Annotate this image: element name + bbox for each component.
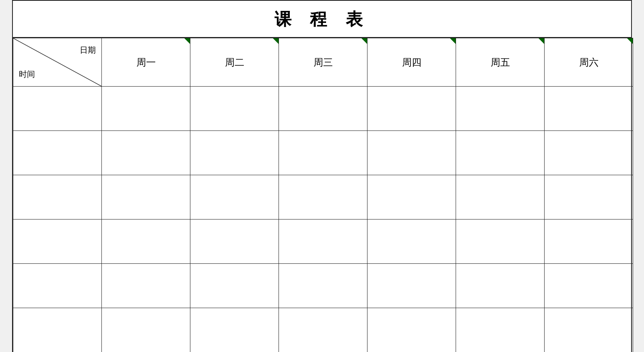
cell-2-5 <box>545 175 633 219</box>
corner-date-label: 日期 <box>80 45 96 56</box>
cell-0-4 <box>456 87 545 131</box>
cell-3-2 <box>279 219 367 264</box>
table-row <box>13 219 633 264</box>
time-cell-3 <box>13 219 102 264</box>
header-wednesday: 周三 <box>279 38 367 87</box>
cell-3-4 <box>456 219 545 264</box>
cell-0-1 <box>190 87 279 131</box>
cell-0-2 <box>279 87 367 131</box>
cell-3-5 <box>545 219 633 264</box>
header-tuesday: 周二 <box>190 38 279 87</box>
time-cell-2 <box>13 175 102 219</box>
schedule-table: 时间 日期 周一 周二 周三 周四 周五 周 <box>13 38 633 352</box>
cell-5-3 <box>367 308 456 352</box>
time-cell-4 <box>13 264 102 308</box>
schedule-container: 课 程 表 时间 日期 周一 <box>12 0 632 352</box>
cell-1-3 <box>367 131 456 175</box>
cell-5-5 <box>545 308 633 352</box>
cell-4-0 <box>102 264 190 308</box>
cell-4-3 <box>367 264 456 308</box>
cell-2-1 <box>190 175 279 219</box>
header-thursday: 周四 <box>367 38 456 87</box>
cell-2-0 <box>102 175 190 219</box>
cell-2-3 <box>367 175 456 219</box>
cell-0-3 <box>367 87 456 131</box>
table-row <box>13 87 633 131</box>
header-friday: 周五 <box>456 38 545 87</box>
table-row <box>13 131 633 175</box>
cell-4-5 <box>545 264 633 308</box>
table-row <box>13 264 633 308</box>
cell-5-4 <box>456 308 545 352</box>
corner-time-label: 时间 <box>19 69 35 80</box>
table-row <box>13 175 633 219</box>
corner-cell: 时间 日期 <box>13 38 102 87</box>
cell-5-0 <box>102 308 190 352</box>
cell-4-4 <box>456 264 545 308</box>
cell-3-3 <box>367 219 456 264</box>
schedule-body <box>13 87 633 352</box>
cell-1-1 <box>190 131 279 175</box>
cell-4-2 <box>279 264 367 308</box>
time-cell-1 <box>13 131 102 175</box>
table-row <box>13 308 633 352</box>
cell-1-5 <box>545 131 633 175</box>
cell-2-2 <box>279 175 367 219</box>
cell-1-2 <box>279 131 367 175</box>
header-row: 时间 日期 周一 周二 周三 周四 周五 周 <box>13 38 633 87</box>
cell-4-1 <box>190 264 279 308</box>
header-saturday: 周六 <box>545 38 633 87</box>
cell-3-0 <box>102 219 190 264</box>
time-cell-5 <box>13 308 102 352</box>
time-cell-0 <box>13 87 102 131</box>
cell-2-4 <box>456 175 545 219</box>
schedule-title: 课 程 表 <box>13 1 631 38</box>
cell-0-5 <box>545 87 633 131</box>
cell-5-2 <box>279 308 367 352</box>
cell-5-1 <box>190 308 279 352</box>
cell-1-0 <box>102 131 190 175</box>
cell-1-4 <box>456 131 545 175</box>
cell-0-0 <box>102 87 190 131</box>
header-monday: 周一 <box>102 38 190 87</box>
cell-3-1 <box>190 219 279 264</box>
